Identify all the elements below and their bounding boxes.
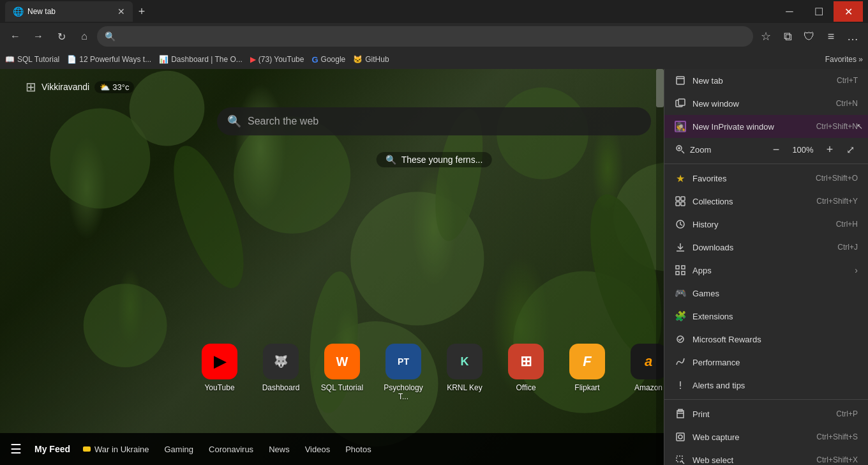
- performance-icon: [675, 356, 686, 368]
- forward-button[interactable]: →: [28, 26, 49, 47]
- quicklink-youtube-icon: ▶: [202, 344, 237, 379]
- back-button[interactable]: ←: [5, 26, 26, 47]
- fav-github[interactable]: 🐱 GitHub: [353, 55, 389, 64]
- webcapture-label: Web capture: [692, 432, 810, 442]
- quicklink-youtube[interactable]: ▶ YouTube: [194, 344, 245, 401]
- collections-shortcut: Ctrl+Shift+Y: [816, 197, 858, 206]
- collections-icon: [675, 195, 686, 207]
- address-input-wrapper[interactable]: 🔍: [97, 26, 753, 47]
- fav-youtube[interactable]: ▶ (73) YouTube: [250, 55, 304, 64]
- tab-close-button[interactable]: ✕: [117, 6, 125, 17]
- history-shortcut: Ctrl+H: [836, 220, 858, 229]
- browser-essentials-button[interactable]: 🛡: [799, 26, 819, 47]
- window-controls: ─ ☐ ✕: [775, 1, 863, 22]
- apps-arrow: ›: [855, 265, 858, 275]
- zoom-fullscreen-button[interactable]: ⤢: [842, 142, 858, 157]
- menu-alerts[interactable]: Alerts and tips: [664, 374, 868, 397]
- quicklink-flipkart[interactable]: F Flipkart: [562, 344, 613, 401]
- zoom-out-button[interactable]: −: [767, 141, 785, 158]
- zoom-value: 100%: [789, 145, 817, 155]
- apps-icon: [675, 264, 686, 276]
- active-tab[interactable]: 🌐 New tab ✕: [5, 1, 133, 22]
- news-item-videos[interactable]: Videos: [305, 445, 331, 454]
- new-tab-button[interactable]: +: [133, 3, 151, 20]
- news-item-ukraine[interactable]: War in Ukraine: [83, 445, 149, 454]
- new-tab-label: New tab: [692, 76, 830, 86]
- refresh-button[interactable]: ↻: [51, 26, 71, 47]
- news-item-coronavirus[interactable]: Coronavirus: [209, 445, 253, 454]
- news-menu-button[interactable]: ☰: [10, 441, 22, 457]
- fav-12ways-label: 12 Powerful Ways t...: [79, 55, 151, 64]
- scrollbar-thumb[interactable]: [656, 69, 664, 107]
- menu-webcapture[interactable]: Web capture Ctrl+Shift+S: [664, 425, 868, 448]
- fav-google-icon: G: [311, 55, 318, 65]
- menu-downloads[interactable]: Downloads Ctrl+J: [664, 236, 868, 259]
- print-shortcut: Ctrl+P: [836, 409, 858, 418]
- zoom-in-button[interactable]: +: [821, 141, 839, 158]
- search-icon: 🔍: [227, 114, 241, 128]
- show-favorites-button[interactable]: Favorites »: [825, 55, 863, 64]
- menu-extensions[interactable]: 🧩 Extensions: [664, 305, 868, 328]
- quicklink-dashboard[interactable]: 🐺 Dashboard: [255, 344, 306, 401]
- webselect-label: Web select: [692, 455, 810, 465]
- separator-2: [664, 399, 868, 400]
- weather-badge: ⛅ 33°c: [94, 81, 134, 93]
- menu-webselect[interactable]: Web select Ctrl+Shift+X: [664, 448, 868, 465]
- quicklink-sql[interactable]: W SQL Tutorial: [317, 344, 368, 401]
- settings-button[interactable]: …: [842, 26, 863, 47]
- menu-games[interactable]: 🎮 Games: [664, 282, 868, 305]
- zoom-icon: [675, 144, 686, 155]
- favorites-star-button[interactable]: ☆: [756, 26, 776, 47]
- home-button[interactable]: ⌂: [74, 26, 94, 47]
- minimize-button[interactable]: ─: [775, 1, 804, 22]
- tab-title: New tab: [27, 7, 114, 16]
- gaming-label: Gaming: [165, 445, 194, 454]
- new-window-shortcut: Ctrl+N: [836, 99, 858, 108]
- news-items: War in Ukraine Gaming Coronavirus News V…: [83, 445, 701, 454]
- close-button[interactable]: ✕: [834, 1, 863, 22]
- games-label: Games: [692, 289, 858, 298]
- quicklink-psychology[interactable]: PT Psychology T...: [378, 344, 429, 401]
- news-feed-label: My Feed: [34, 444, 70, 454]
- menu-inprivate[interactable]: 🕵 New InPrivate window Ctrl+Shift+N ↖: [664, 115, 868, 138]
- svg-rect-30: [682, 266, 685, 269]
- menu-new-tab[interactable]: New tab Ctrl+T: [664, 69, 868, 92]
- rewards-icon: [675, 333, 686, 345]
- fav-google-label: Google: [321, 55, 346, 64]
- menu-favorites[interactable]: ★ Favorites Ctrl+Shift+O: [664, 167, 868, 190]
- menu-apps[interactable]: Apps ›: [664, 259, 868, 282]
- address-input[interactable]: [119, 31, 745, 42]
- new-tab-icon: [675, 75, 686, 86]
- zoom-control: Zoom − 100% + ⤢: [664, 138, 868, 161]
- news-item-gaming[interactable]: Gaming: [165, 445, 194, 454]
- quicklink-office[interactable]: ⊞ Office: [500, 344, 551, 401]
- news-item-photos[interactable]: Photos: [345, 445, 371, 454]
- fav-github-icon: 🐱: [353, 55, 363, 64]
- menu-history[interactable]: History Ctrl+H: [664, 213, 868, 236]
- fav-sql[interactable]: 📖 SQL Tutorial: [5, 55, 59, 64]
- grid-icon[interactable]: ⊞: [26, 79, 36, 95]
- collections-button[interactable]: ≡: [821, 26, 841, 47]
- fav-google[interactable]: G Google: [311, 55, 345, 65]
- menu-collections[interactable]: Collections Ctrl+Shift+Y: [664, 190, 868, 213]
- new-tab-shortcut: Ctrl+T: [837, 76, 858, 85]
- news-item-news[interactable]: News: [269, 445, 290, 454]
- cursor-indicator: ↖: [857, 122, 863, 131]
- split-screen-button[interactable]: ⧉: [777, 26, 798, 47]
- menu-rewards[interactable]: Microsoft Rewards: [664, 328, 868, 351]
- extensions-label: Extensions: [692, 312, 858, 321]
- menu-print[interactable]: Print Ctrl+P: [664, 402, 868, 425]
- svg-rect-22: [676, 197, 680, 201]
- quicklink-flipkart-label: Flipkart: [574, 383, 599, 392]
- maximize-button[interactable]: ☐: [804, 1, 834, 22]
- weather-icon: ⛅: [100, 82, 110, 92]
- webcapture-shortcut: Ctrl+Shift+S: [816, 432, 858, 441]
- search-input[interactable]: [248, 116, 641, 127]
- menu-performance[interactable]: Performance: [664, 351, 868, 374]
- fav-12ways[interactable]: 📄 12 Powerful Ways t...: [67, 55, 151, 64]
- print-icon: [675, 408, 686, 420]
- menu-new-window[interactable]: New window Ctrl+N: [664, 92, 868, 115]
- quicklink-krnl[interactable]: K KRNL Key: [439, 344, 490, 401]
- fav-dashboard[interactable]: 📊 Dashboard | The O...: [159, 55, 243, 64]
- greeting-text: Vikkiravandi: [41, 82, 89, 92]
